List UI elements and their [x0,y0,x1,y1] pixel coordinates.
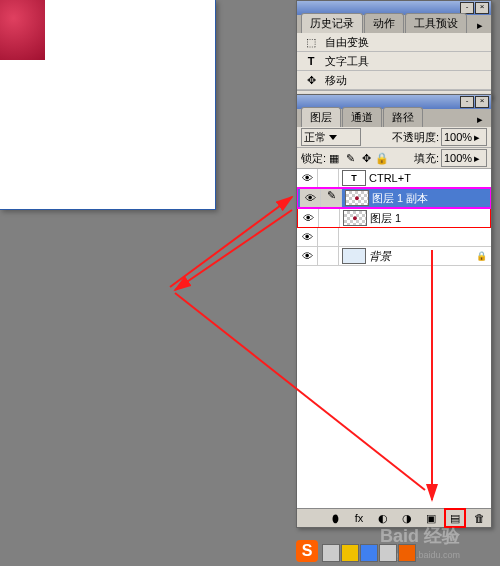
text-layer-icon: T [342,170,366,186]
opacity-value: 100% [444,131,472,143]
layer-thumbnail [342,248,366,264]
link-column[interactable] [318,169,339,187]
tab-paths[interactable]: 路径 [383,107,423,127]
task-icon[interactable] [379,544,397,562]
opacity-label: 不透明度: [392,130,439,145]
lock-all-icon[interactable]: 🔒 [374,151,390,165]
lock-position-icon[interactable]: ✥ [358,151,374,165]
layer-style-icon[interactable]: fx [351,511,367,525]
chevron-down-icon [329,135,337,140]
minimize-button[interactable]: - [460,96,474,108]
task-icon[interactable] [360,544,378,562]
task-icon[interactable] [341,544,359,562]
panel-menu-icon[interactable]: ▸ [477,113,489,125]
layer-mask-icon[interactable]: ◐ [375,511,391,525]
close-button[interactable]: × [475,2,489,14]
layer-name: CTRL+T [369,172,411,184]
history-item-label: 自由变换 [325,35,369,50]
history-panel: - × 历史记录 动作 工具预设 ▸ ⬚ 自由变换 T 文字工具 ✥ 移动 [296,0,492,98]
delete-layer-icon[interactable]: 🗑 [471,511,487,525]
layer-row-1[interactable]: 👁 ● 图层 1 [297,208,491,228]
layer-row-text[interactable]: 👁 T CTRL+T [297,169,491,188]
fill-value: 100% [444,152,472,164]
layer-row-background[interactable]: 👁 背景 🔒 [297,247,491,266]
document-canvas[interactable] [0,0,216,210]
chevron-right-icon: ▸ [474,131,480,144]
layer-name: 背景 [369,249,391,264]
blend-opacity-row: 正常 不透明度: 100% ▸ [297,127,491,148]
lock-pixels-icon[interactable]: ✎ [342,151,358,165]
free-transform-icon: ⬚ [301,34,321,50]
panel-menu-icon[interactable]: ▸ [477,19,489,31]
link-column[interactable] [319,209,340,227]
svg-line-0 [170,197,292,287]
layer-row-spacer[interactable]: 👁 [297,228,491,247]
history-item[interactable]: T 文字工具 [297,52,491,71]
layer-thumbnail: ● [343,210,367,226]
tab-tool-presets[interactable]: 工具预设 [405,13,467,33]
lock-fill-row: 锁定: ▦ ✎ ✥ 🔒 填充: 100% ▸ [297,148,491,169]
tab-layers[interactable]: 图层 [301,107,341,127]
task-icon[interactable] [322,544,340,562]
opacity-input[interactable]: 100% ▸ [441,128,487,146]
history-tabs: 历史记录 动作 工具预设 ▸ [297,15,491,33]
layer-thumbnail: ● [345,190,369,206]
link-column[interactable]: ✎ [321,189,342,207]
link-column[interactable] [318,228,339,246]
taskbar-icons [322,544,416,562]
text-tool-icon: T [301,53,321,69]
visibility-toggle[interactable]: 👁 [297,247,318,265]
link-layers-icon[interactable]: ⬮ [327,511,343,525]
app-logo: S [296,540,318,562]
history-item-label: 移动 [325,73,347,88]
move-tool-icon: ✥ [301,72,321,88]
new-layer-icon[interactable]: ▤ [447,511,463,525]
svg-line-1 [175,210,292,290]
layer-group-icon[interactable]: ▣ [423,511,439,525]
visibility-toggle[interactable]: 👁 [297,228,318,246]
fill-label: 填充: [414,151,439,166]
history-item[interactable]: ⬚ 自由变换 [297,33,491,52]
layer-name: 图层 1 副本 [372,191,428,206]
blend-mode-value: 正常 [304,130,326,145]
fill-input[interactable]: 100% ▸ [441,149,487,167]
lock-icon: 🔒 [476,251,487,261]
chevron-right-icon: ▸ [474,152,480,165]
link-column[interactable] [318,247,339,265]
layer-list: 👁 T CTRL+T 👁 ✎ ● 图层 1 副本 👁 ● 图层 1 👁 👁 背景 [297,169,491,508]
visibility-toggle[interactable]: 👁 [297,169,318,187]
layer-row-copy[interactable]: 👁 ✎ ● 图层 1 副本 [297,188,491,208]
tab-actions[interactable]: 动作 [364,13,404,33]
canvas-subject [0,0,45,60]
blend-mode-select[interactable]: 正常 [301,128,361,146]
history-item[interactable]: ✥ 移动 [297,71,491,90]
visibility-toggle[interactable]: 👁 [298,209,319,227]
layer-name: 图层 1 [370,211,401,226]
history-item-label: 文字工具 [325,54,369,69]
lock-label: 锁定: [301,151,326,166]
tab-channels[interactable]: 通道 [342,107,382,127]
lock-transparent-icon[interactable]: ▦ [326,151,342,165]
visibility-toggle[interactable]: 👁 [300,189,321,207]
layers-tabs: 图层 通道 路径 ▸ [297,109,491,127]
layers-panel: - × 图层 通道 路径 ▸ 正常 不透明度: 100% ▸ 锁定: ▦ ✎ ✥… [296,94,492,528]
close-button[interactable]: × [475,96,489,108]
task-icon[interactable] [398,544,416,562]
adjustment-layer-icon[interactable]: ◑ [399,511,415,525]
tab-history[interactable]: 历史记录 [301,13,363,33]
